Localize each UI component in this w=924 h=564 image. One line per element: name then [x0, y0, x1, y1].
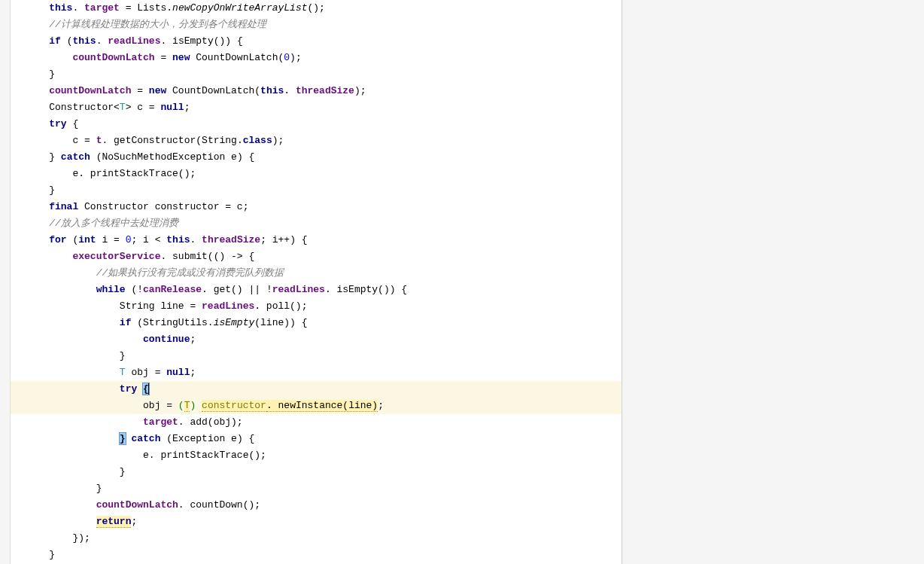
- code-line[interactable]: String line = readLines. poll();: [11, 298, 622, 315]
- code-line[interactable]: this. target = Lists.newCopyOnWriteArray…: [11, 0, 622, 17]
- code-token: String line =: [120, 300, 202, 312]
- indent: [26, 118, 49, 130]
- code-token: .: [96, 35, 108, 47]
- code-line[interactable]: if (this. readLines. isEmpty()) {: [11, 33, 622, 50]
- code-line[interactable]: }: [11, 480, 622, 497]
- code-token: //计算线程处理数据的大小，分发到各个线程处理: [49, 19, 266, 30]
- code-token: . isEmpty()) {: [160, 35, 242, 47]
- code-line[interactable]: return;: [11, 514, 622, 530]
- code-line[interactable]: e. printStackTrace();: [11, 166, 622, 182]
- code-token: . newInstance(line): [266, 400, 378, 412]
- code-editor[interactable]: this. target = Lists.newCopyOnWriteArray…: [11, 0, 622, 564]
- code-token: c =: [72, 135, 96, 146]
- code-token: for: [49, 234, 66, 245]
- code-line[interactable]: Constructor<T> c = null;: [11, 99, 622, 116]
- code-token: (: [67, 234, 79, 245]
- code-token: obj =: [143, 400, 178, 411]
- code-line[interactable]: }: [11, 182, 622, 199]
- code-line[interactable]: countDownLatch = new CountDownLatch(0);: [11, 50, 622, 66]
- code-token: T: [120, 102, 126, 113]
- indent: [26, 102, 49, 113]
- code-token: ();: [308, 2, 325, 14]
- code-line[interactable]: } catch (NoSuchMethodException e) {: [11, 149, 622, 166]
- code-line[interactable]: }: [11, 547, 622, 563]
- side-panel: [622, 0, 924, 564]
- code-token: }: [96, 483, 102, 494]
- code-token: .: [284, 85, 296, 96]
- code-line[interactable]: try {: [11, 116, 622, 133]
- indent: [26, 549, 49, 560]
- code-line[interactable]: countDownLatch = new CountDownLatch(this…: [11, 83, 622, 99]
- code-token: this: [260, 85, 284, 96]
- code-token: T: [120, 367, 126, 378]
- code-line[interactable]: }: [11, 66, 622, 83]
- code-token: return: [96, 516, 132, 528]
- code-token: threadSize: [202, 234, 260, 245]
- indent: [26, 532, 72, 544]
- code-token: readLines: [108, 35, 160, 47]
- code-token: (line)) {: [254, 317, 307, 328]
- indent: [26, 334, 143, 345]
- indent: [26, 499, 96, 511]
- code-token: ;: [190, 334, 196, 345]
- code-token: . poll();: [254, 300, 307, 312]
- code-token: threadSize: [296, 85, 354, 96]
- code-token: e. printStackTrace();: [72, 168, 196, 179]
- code-token: CountDownLatch(: [190, 52, 284, 63]
- code-token: ;: [184, 102, 190, 113]
- code-token: =: [155, 52, 172, 63]
- indent: [26, 317, 120, 328]
- code-token: this: [166, 234, 190, 245]
- code-token: [196, 400, 202, 411]
- code-line[interactable]: try {: [11, 381, 622, 398]
- code-line[interactable]: }: [11, 348, 622, 364]
- code-line[interactable]: final Constructor constructor = c;: [11, 199, 622, 215]
- code-token: ; i++) {: [260, 234, 307, 245]
- indent: [26, 251, 72, 262]
- code-token: );: [290, 52, 302, 63]
- code-token: //如果执行没有完成或没有消费完队列数据: [96, 267, 284, 279]
- indent: [26, 350, 120, 361]
- code-line[interactable]: target. add(obj);: [11, 414, 622, 431]
- code-token: }: [49, 151, 61, 163]
- code-line[interactable]: });: [11, 530, 622, 547]
- code-line[interactable]: e. printStackTrace();: [11, 447, 622, 464]
- code-token: int: [78, 234, 96, 245]
- code-token: new: [172, 52, 190, 63]
- indent: [26, 267, 96, 279]
- code-token: catch: [61, 151, 90, 163]
- code-line[interactable]: }: [11, 464, 622, 480]
- code-token: }: [120, 466, 126, 477]
- code-line[interactable]: while (!canRelease. get() || !readLines.…: [11, 282, 622, 298]
- indent: [26, 19, 49, 30]
- code-token: while: [96, 284, 126, 295]
- code-token: . submit(() -> {: [160, 251, 254, 262]
- code-line[interactable]: } catch (Exception e) {: [11, 431, 622, 447]
- editor-gutter: [0, 0, 11, 564]
- indent: [26, 483, 96, 494]
- code-line[interactable]: if (StringUtils.isEmpty(line)) {: [11, 315, 622, 331]
- code-token: CountDownLatch(: [166, 85, 260, 96]
- code-token: continue: [143, 334, 190, 345]
- code-line[interactable]: obj = (T) constructor. newInstance(line)…: [11, 398, 622, 414]
- code-token: class: [243, 135, 272, 146]
- code-token: null: [166, 367, 190, 378]
- code-token: }: [120, 433, 126, 444]
- code-line[interactable]: T obj = null;: [11, 364, 622, 381]
- code-token: (: [61, 35, 73, 47]
- indent: [26, 450, 143, 461]
- code-token: final: [49, 201, 78, 212]
- code-line[interactable]: //放入多个线程中去处理消费: [11, 215, 622, 232]
- code-line[interactable]: for (int i = 0; i < this. threadSize; i+…: [11, 232, 622, 248]
- code-line[interactable]: executorService. submit(() -> {: [11, 248, 622, 265]
- code-line[interactable]: //计算线程处理数据的大小，分发到各个线程处理: [11, 17, 622, 33]
- code-token: target: [143, 416, 178, 428]
- code-line[interactable]: //如果执行没有完成或没有消费完队列数据: [11, 265, 622, 282]
- code-token: {: [67, 118, 79, 130]
- code-token: countDownLatch: [72, 52, 154, 63]
- code-token: [137, 383, 143, 395]
- code-line[interactable]: c = t. getConstructor(String.class);: [11, 133, 622, 149]
- code-line[interactable]: continue;: [11, 331, 622, 348]
- code-token: . countDown();: [178, 499, 260, 511]
- code-line[interactable]: countDownLatch. countDown();: [11, 497, 622, 514]
